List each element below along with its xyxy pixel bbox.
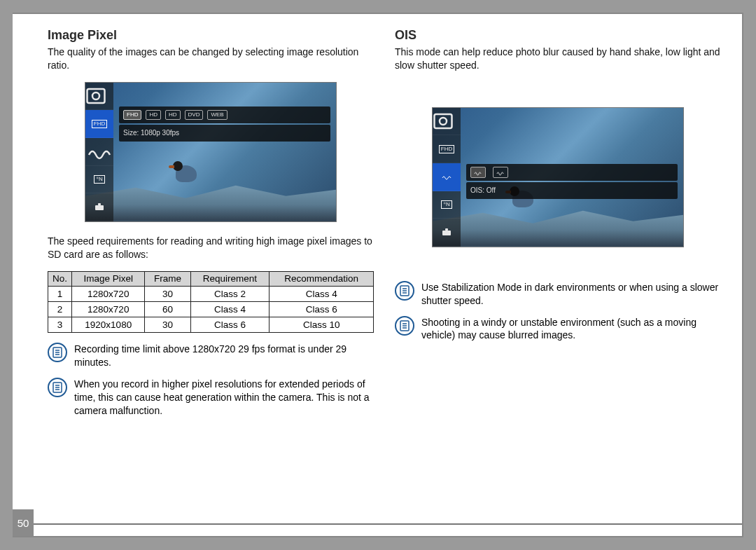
resolution-option: FHD	[123, 110, 141, 120]
sd-speed-table: No. Image Pixel Frame Requirement Recomm…	[48, 271, 374, 334]
svg-point-13	[440, 118, 447, 125]
svg-rect-14	[442, 231, 451, 235]
note-text: When you record in higher pixel resoluti…	[74, 378, 374, 418]
note-text: Recording time limit above 1280x720 29 f…	[74, 343, 374, 369]
page-frame: Image Pixel The quality of the images ca…	[0, 0, 756, 550]
note-text: Shooting in a windy or unstable environm…	[421, 316, 721, 343]
col-frame: Frame	[145, 271, 190, 287]
bird-graphic	[173, 158, 202, 185]
note-row: Recording time limit above 1280x720 29 f…	[48, 343, 374, 369]
col-no: No.	[48, 271, 72, 287]
right-column: OIS This mode can help reduce photo blur…	[395, 28, 721, 508]
rock-foreground	[85, 179, 336, 221]
col-pixel: Image Pixel	[72, 271, 145, 287]
footer-rule	[34, 523, 742, 525]
fhd-icon: FHD	[85, 110, 113, 138]
target-n-icon: ⁺N	[433, 191, 461, 219]
note-icon	[395, 281, 414, 301]
ois-heading: OIS	[395, 28, 721, 43]
ois-on-option-icon	[493, 167, 508, 178]
page: Image Pixel The quality of the images ca…	[13, 13, 743, 537]
image-pixel-screenshot: FHD ⁺N FHD HD HD DVD WEB	[85, 82, 337, 222]
svg-rect-2	[95, 205, 104, 210]
note-row: When you record in higher pixel resoluti…	[48, 378, 374, 418]
table-row: 3 1920x1080 30 Class 6 Class 10	[48, 317, 374, 333]
table-header-row: No. Image Pixel Frame Requirement Recomm…	[48, 271, 374, 287]
resolution-label-bar: Size: 1080p 30fps	[119, 125, 330, 142]
svg-rect-12	[435, 114, 452, 128]
ois-off-option-icon	[470, 167, 486, 178]
ois-intro: This mode can help reduce photo blur cau…	[395, 46, 721, 72]
ois-options-bar	[466, 164, 678, 181]
ois-label-bar: OIS: Off	[466, 182, 678, 199]
note-icon	[48, 343, 67, 362]
col-req: Requirement	[190, 271, 270, 287]
toolbox-icon	[433, 219, 461, 247]
col-rec: Recommendation	[270, 271, 374, 287]
table-row: 2 1280x720 60 Class 4 Class 6	[48, 302, 374, 317]
camera-side-menu: FHD ⁺N	[433, 108, 461, 247]
ois-off-icon	[433, 163, 461, 191]
svg-rect-3	[98, 203, 101, 205]
ois-status-label: OIS: Off	[470, 186, 496, 194]
camera-mode-icon	[85, 83, 113, 111]
content-columns: Image Pixel The quality of the images ca…	[13, 14, 742, 515]
toolbox-icon	[85, 193, 113, 221]
speed-requirements-intro: The speed requirements for reading and w…	[48, 235, 374, 261]
svg-rect-0	[88, 89, 105, 103]
target-n-icon: ⁺N	[85, 166, 113, 194]
rock-foreground	[433, 205, 683, 247]
resolution-option: HD	[146, 110, 161, 120]
table-row: 1 1280x720 30 Class 2 Class 4	[48, 287, 374, 302]
svg-point-1	[92, 92, 99, 99]
image-pixel-intro: The quality of the images can be changed…	[48, 46, 374, 72]
left-column: Image Pixel The quality of the images ca…	[48, 28, 374, 508]
ois-off-icon	[85, 138, 113, 166]
resolution-option: DVD	[185, 110, 204, 120]
note-row: Use Stabilization Mode in dark environme…	[395, 281, 721, 308]
resolution-size-label: Size: 1080p 30fps	[123, 129, 179, 137]
note-icon	[395, 316, 414, 336]
svg-rect-15	[445, 228, 448, 231]
page-number: 50	[13, 509, 34, 536]
camera-mode-icon	[433, 108, 461, 136]
fhd-icon: FHD	[433, 135, 461, 163]
ois-screenshot: FHD ⁺N	[432, 107, 684, 247]
resolution-option: WEB	[207, 110, 227, 120]
resolution-option: HD	[165, 110, 181, 120]
note-row: Shooting in a windy or unstable environm…	[395, 316, 721, 343]
camera-side-menu: FHD ⁺N	[85, 83, 113, 221]
note-text: Use Stabilization Mode in dark environme…	[421, 281, 721, 308]
note-icon	[48, 378, 67, 397]
image-pixel-heading: Image Pixel	[48, 28, 374, 43]
resolution-options-bar: FHD HD HD DVD WEB	[119, 106, 330, 123]
